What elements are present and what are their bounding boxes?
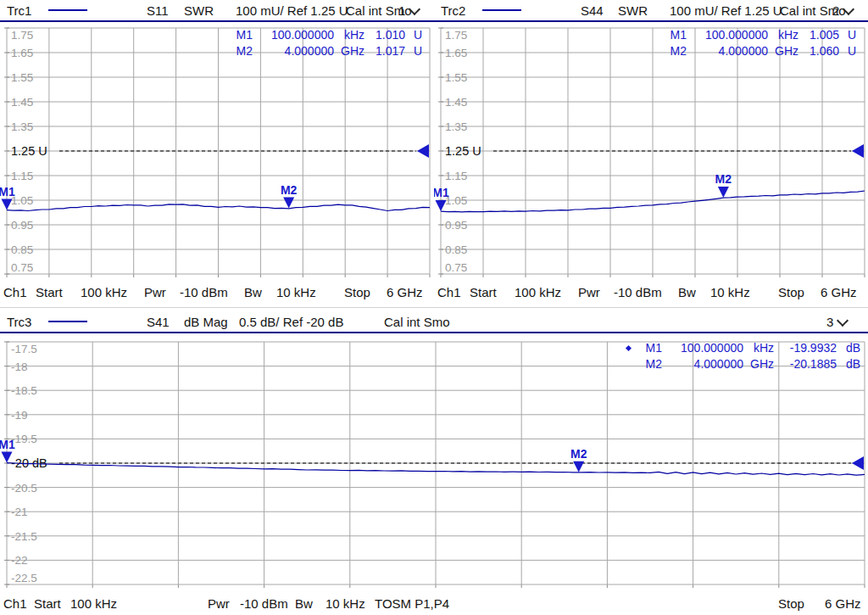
marker-value: 1.005 [798, 27, 839, 43]
y-axis-tick-label: 0.75 [445, 261, 467, 274]
plot-grid [438, 28, 865, 277]
marker-label-m1: M1 [434, 186, 449, 199]
y-axis-tick-label: 1.45 [445, 96, 467, 109]
marker-frequency-unit: kHz [334, 27, 364, 43]
y-axis-tick-label: 1.75 [445, 29, 467, 42]
y-axis-tick-label: -21 [11, 506, 28, 518]
marker-frequency: 100.000000 [253, 27, 334, 43]
s-parameter-label: S11 [147, 3, 169, 19]
y-axis-tick-label: 1.55 [11, 71, 33, 84]
power-label: Pwr [144, 280, 166, 305]
channel-statusbar-1: Ch1Start100 kHzPwr-10 dBmBw10 kHzStop6 G… [0, 280, 434, 305]
channel-select-number[interactable]: 3 [826, 314, 833, 330]
marker-readout-row-m2[interactable]: M24.000000GHz1.017U [227, 43, 422, 59]
marker-readout-row-m1[interactable]: M1100.000000kHz1.010U [227, 27, 422, 43]
stop-value[interactable]: 6 GHz [821, 280, 857, 305]
cal-smo-status-label: Cal int Smo [384, 314, 450, 330]
marker-name: M2 [227, 43, 253, 59]
plot-area-2: 1.751.651.551.451.351.25 U1.151.050.950.… [434, 22, 868, 280]
y-axis-tick-label: 1.55 [445, 71, 467, 84]
chevron-down-icon[interactable] [837, 315, 849, 327]
marker-frequency: 100.000000 [662, 340, 743, 356]
start-value[interactable]: 100 kHz [81, 280, 127, 305]
marker-value: -20.1885 [774, 356, 837, 372]
marker-triangle-m2[interactable] [283, 198, 294, 209]
marker-triangle-m2[interactable] [718, 187, 729, 198]
y-axis-tick-label: 0.95 [11, 219, 33, 232]
ref-level-arrow[interactable] [852, 144, 864, 158]
y-axis-tick-label: 0.95 [445, 219, 467, 232]
marker-value-unit: U [405, 43, 422, 59]
s-parameter-label: S44 [581, 3, 604, 19]
marker-readout-3: M1100.000000kHz-19.9932dBM24.000000GHz-2… [637, 340, 860, 372]
stop-value[interactable]: 6 GHz [387, 280, 423, 305]
ref-level-label: 1.25 U [445, 144, 481, 158]
y-axis-tick-label: 0.85 [445, 243, 467, 256]
ref-level-arrow[interactable] [417, 144, 429, 158]
trace-format-label: SWR [184, 3, 214, 19]
power-value[interactable]: -10 dBm [240, 592, 288, 615]
trace-header-2: Trc2S44SWR100 mU/ Ref 1.25 UCal int Smo2 [434, 0, 868, 22]
marker-label-m2: M2 [570, 447, 587, 461]
bandwidth-label: Bw [678, 280, 696, 305]
y-axis-tick-label: 0.85 [11, 243, 33, 256]
bandwidth-value[interactable]: 10 kHz [326, 592, 365, 615]
trace-scale-label: 100 mU/ Ref 1.25 U [236, 3, 348, 19]
ref-level-arrow[interactable] [852, 456, 864, 470]
trace-name-label[interactable]: Trc3 [7, 314, 31, 330]
marker-name: M2 [661, 43, 687, 59]
marker-value: 1.017 [364, 43, 405, 59]
stop-label: Stop [778, 280, 804, 305]
y-axis-tick-label: -21.5 [11, 530, 37, 543]
y-axis-tick-label: 1.35 [11, 120, 33, 133]
marker-frequency: 100.000000 [687, 27, 768, 43]
y-axis-tick-label: -19 [11, 409, 28, 422]
trace-header-1: Trc1S11SWR100 mU/ Ref 1.25 UCal int Smo1 [0, 0, 434, 22]
marker-value-unit: U [839, 27, 856, 43]
plot-area-3: -17.5-18-18.5-19-19.5-20 dB-20.5-21-21.5… [0, 333, 868, 592]
start-label: Start [36, 280, 63, 305]
start-label: Start [34, 592, 61, 615]
power-value[interactable]: -10 dBm [180, 280, 228, 305]
trace-panel-3: Trc3S41dB Mag0.5 dB/ Ref -20 dBCal int S… [0, 307, 868, 615]
marker-readout-row-m1[interactable]: M1100.000000kHz-19.9932dB [637, 340, 860, 356]
marker-value: 1.060 [798, 43, 839, 59]
y-axis-tick-label: -20.5 [11, 482, 37, 495]
start-value[interactable]: 100 kHz [515, 280, 561, 305]
stop-value[interactable]: 6 GHz [825, 592, 861, 615]
marker-frequency: 4.000000 [662, 356, 743, 372]
y-axis-tick-label: -17.5 [11, 343, 37, 355]
marker-frequency: 4.000000 [253, 43, 334, 59]
trace-name-label[interactable]: Trc2 [441, 3, 465, 19]
marker-readout-row-m1[interactable]: M1100.000000kHz1.005U [661, 27, 856, 43]
bandwidth-label: Bw [244, 280, 262, 305]
ref-level-label: 1.25 U [11, 144, 47, 158]
stop-label: Stop [778, 592, 804, 615]
y-axis-tick-label: 1.65 [11, 47, 33, 59]
marker-value-unit: dB [837, 340, 860, 356]
start-value[interactable]: 100 kHz [70, 592, 117, 615]
y-axis-tick-label: 1.15 [445, 170, 467, 182]
y-axis-tick-label: 0.75 [11, 261, 33, 274]
channel-select-number[interactable]: 2 [832, 3, 839, 19]
power-label: Pwr [208, 592, 230, 615]
plot-grid [4, 342, 865, 588]
marker-frequency-unit: GHz [743, 356, 774, 372]
y-axis-tick-label: -18 [11, 361, 28, 373]
marker-readout-row-m2[interactable]: M24.000000GHz1.060U [661, 43, 856, 59]
marker-frequency-unit: kHz [743, 340, 774, 356]
power-value[interactable]: -10 dBm [614, 280, 662, 305]
trace-color-swatch [48, 9, 87, 11]
bandwidth-value[interactable]: 10 kHz [710, 280, 750, 305]
y-axis-tick-label: -22.5 [11, 572, 37, 584]
marker-triangle-m2[interactable] [573, 461, 584, 472]
start-label: Start [470, 280, 497, 305]
trace-name-label[interactable]: Trc1 [7, 3, 31, 19]
bandwidth-label: Bw [295, 592, 313, 615]
marker-readout-row-m2[interactable]: M24.000000GHz-20.1885dB [637, 356, 860, 372]
trace-format-label: SWR [618, 3, 648, 19]
bandwidth-value[interactable]: 10 kHz [276, 280, 316, 305]
marker-label-m2: M2 [715, 172, 732, 186]
channel-label: Ch1 [3, 280, 27, 305]
channel-select-number[interactable]: 1 [398, 3, 405, 19]
